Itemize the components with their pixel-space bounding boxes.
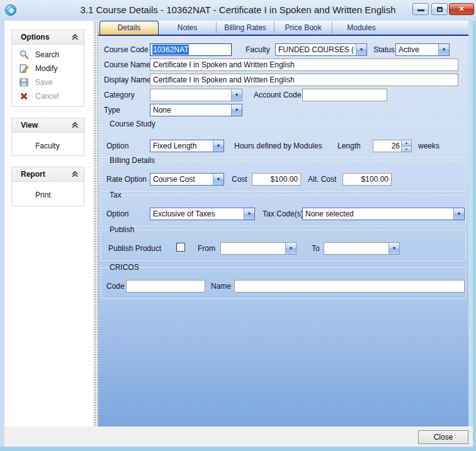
sidebar-item-faculty[interactable]: Faculty (12, 138, 84, 153)
cancel-icon (19, 91, 29, 101)
close-window-button[interactable]: ✕ (449, 3, 474, 15)
chevron-down-icon[interactable]: ▼ (231, 104, 242, 116)
display-name-input[interactable] (150, 74, 458, 86)
length-spinner[interactable]: 26 ▲ ▼ (373, 140, 412, 152)
chevron-down-icon[interactable]: ▼ (356, 44, 366, 55)
chevron-down-icon[interactable]: ▼ (231, 89, 242, 101)
tax-option-dropdown[interactable]: Exclusive of Taxes ▼ (150, 208, 255, 220)
course-name-input[interactable] (150, 58, 458, 71)
faculty-label: Faculty (246, 45, 270, 54)
report-panel-title: Report (21, 170, 45, 179)
course-details-window: 3.1 Course Details - 10362NAT - Certific… (0, 0, 476, 451)
spin-up-icon[interactable]: ▲ (402, 140, 411, 146)
chevron-down-icon[interactable]: ▼ (388, 243, 399, 254)
tax-legend: Tax (107, 191, 124, 200)
category-label: Category (104, 91, 135, 99)
report-items: Print (12, 182, 84, 203)
sidebar-item-print[interactable]: Print (12, 187, 84, 203)
report-panel: Report Print (11, 167, 84, 206)
length-spin-buttons: ▲ ▼ (401, 140, 411, 152)
close-button[interactable]: Close (418, 430, 468, 444)
tab-price-book[interactable]: Price Book (275, 22, 332, 33)
publish-product-label: Publish Product (108, 244, 161, 253)
cost-input[interactable] (252, 173, 301, 186)
sidebar-splitter[interactable] (93, 21, 98, 426)
account-code-input[interactable] (302, 89, 387, 101)
tab-strip: Details Notes Billing Rates Price Book M… (98, 21, 468, 36)
tax-codes-label: Tax Code(s) (263, 209, 303, 218)
options-panel-header[interactable]: Options (12, 30, 84, 45)
display-name-label: Display Name (104, 75, 151, 84)
spin-down-icon[interactable]: ▼ (402, 146, 411, 152)
tab-modules[interactable]: Modules (332, 22, 390, 33)
length-label: Length (337, 142, 361, 150)
sidebar-item-label: Search (35, 50, 59, 59)
type-dropdown[interactable]: None ▼ (150, 104, 242, 116)
publish-from-label: From (198, 244, 215, 253)
hours-defined-note: Hours defined by Modules (234, 142, 322, 150)
sidebar-item-label: Faculty (35, 142, 60, 150)
tax-option-label: Option (106, 209, 128, 218)
course-code-input[interactable]: 10362NAT (150, 43, 232, 56)
chevron-down-icon[interactable]: ▼ (453, 208, 464, 220)
alt-cost-input[interactable] (343, 173, 392, 186)
course-study-option-value: Fixed Length (153, 140, 212, 152)
tab-details[interactable]: Details (99, 21, 159, 35)
options-items: Search Modify Save (12, 45, 84, 103)
rate-option-dropdown[interactable]: Course Cost ▼ (150, 173, 224, 186)
chevron-down-icon[interactable]: ▼ (213, 140, 224, 152)
faculty-dropdown[interactable]: FUNDED COURSES (6003) ▼ (275, 43, 367, 56)
alt-cost-label: Alt. Cost (308, 175, 336, 184)
chevron-double-up-icon[interactable] (71, 33, 79, 41)
main-panel: Details Notes Billing Rates Price Book M… (98, 21, 468, 426)
sidebar-item-label: Modify (35, 64, 57, 73)
chevron-double-up-icon[interactable] (71, 170, 79, 178)
sidebar-item-search[interactable]: Search (12, 48, 84, 62)
save-icon (19, 77, 29, 87)
publish-to-dropdown[interactable]: ▼ (324, 242, 400, 255)
tax-codes-dropdown[interactable]: None selected ▼ (302, 208, 465, 220)
sidebar-item-label: Print (35, 191, 51, 199)
view-panel-header[interactable]: View (12, 118, 84, 133)
report-panel-header[interactable]: Report (12, 167, 84, 182)
rate-option-value: Course Cost (153, 174, 212, 185)
view-panel-title: View (21, 121, 38, 130)
cricos-name-input[interactable] (234, 280, 465, 292)
chevron-down-icon[interactable]: ▼ (285, 243, 296, 254)
tab-notes[interactable]: Notes (159, 22, 217, 33)
search-icon (19, 50, 29, 60)
sidebar-item-label: Cancel (35, 92, 59, 101)
status-dropdown[interactable]: Active ▼ (395, 43, 450, 56)
sidebar-item-save[interactable]: Save (12, 75, 84, 89)
tab-billing-rates[interactable]: Billing Rates (217, 22, 275, 33)
course-study-option-dropdown[interactable]: Fixed Length ▼ (150, 140, 224, 152)
maximize-button[interactable] (431, 3, 448, 15)
view-items: Faculty (12, 133, 84, 153)
rate-option-label: Rate Option (106, 175, 147, 184)
cost-label: Cost (232, 175, 247, 184)
cricos-legend: CRICOS (107, 263, 142, 272)
modify-icon (19, 64, 29, 74)
status-value: Active (399, 44, 437, 55)
cricos-code-label: Code (106, 282, 125, 291)
category-dropdown[interactable]: ▼ (150, 89, 242, 101)
cricos-name-label: Name (211, 282, 231, 291)
footer-bar: Close (4, 426, 473, 447)
cricos-code-input[interactable] (126, 280, 205, 292)
chevron-down-icon[interactable]: ▼ (244, 208, 254, 220)
publish-legend: Publish (107, 225, 137, 235)
type-label: Type (104, 106, 120, 114)
sidebar-item-modify[interactable]: Modify (12, 62, 84, 75)
chevron-down-icon[interactable]: ▼ (438, 44, 449, 55)
course-code-selected-text: 10362NAT (152, 45, 189, 55)
publish-from-dropdown[interactable]: ▼ (220, 242, 297, 255)
sidebar-item-cancel[interactable]: Cancel (12, 89, 84, 103)
type-value: None (153, 104, 230, 116)
minimize-button[interactable] (412, 3, 429, 15)
chevron-down-icon[interactable]: ▼ (213, 174, 224, 185)
course-name-label: Course Name (104, 60, 150, 69)
faculty-value: FUNDED COURSES (6003) (278, 44, 354, 55)
account-code-label: Account Code (254, 91, 301, 99)
chevron-double-up-icon[interactable] (71, 121, 79, 129)
publish-product-checkbox[interactable] (176, 243, 185, 252)
